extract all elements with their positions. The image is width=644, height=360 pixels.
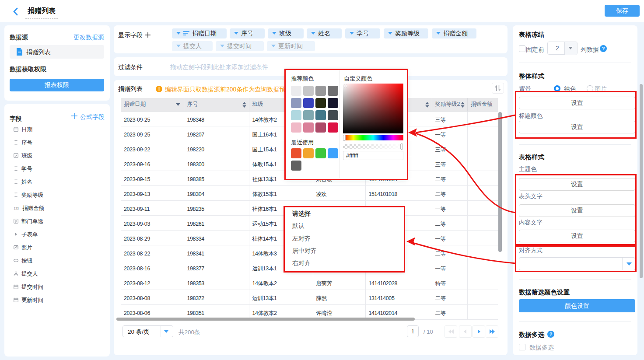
svg-text:123: 123 [14, 207, 19, 210]
